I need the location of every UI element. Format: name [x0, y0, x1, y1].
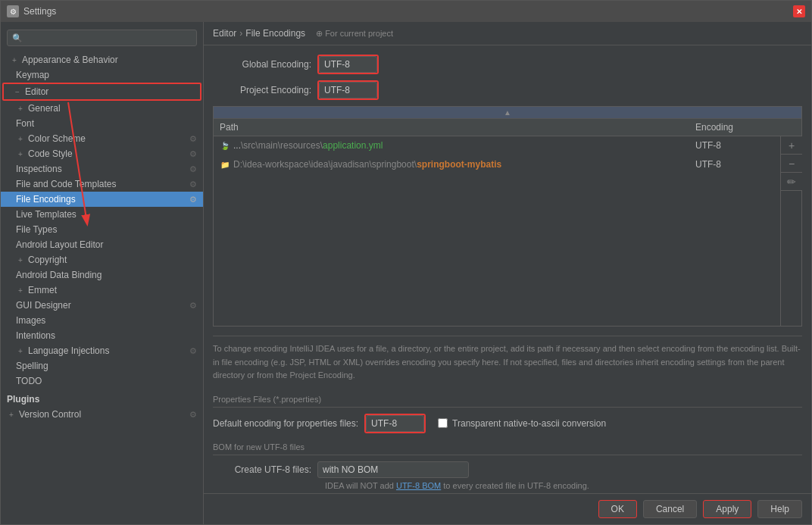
sidebar-item-general[interactable]: + General [1, 101, 203, 116]
sidebar-item-file-types[interactable]: File Types [1, 222, 203, 237]
global-encoding-select[interactable]: UTF-8 UTF-16 ISO-8859-1 [319, 56, 377, 73]
title-bar: ⚙ Settings ✕ [1, 1, 811, 22]
project-encoding-highlight: UTF-8 UTF-16 ISO-8859-1 [317, 80, 379, 100]
main-content: 🔍 + Appearance & Behavior Keymap − Edito… [1, 22, 811, 524]
edit-button[interactable]: ✏ [781, 173, 802, 191]
sidebar-item-label: Images [16, 315, 45, 326]
remove-button[interactable]: − [781, 155, 802, 173]
properties-encoding-select-wrapper[interactable]: UTF-8 UTF-16 ISO-8859-1 [366, 415, 424, 432]
project-encoding-row: Project Encoding: UTF-8 UTF-16 ISO-8859-… [213, 80, 802, 100]
project-encoding-label: Project Encoding: [213, 85, 311, 95]
default-encoding-label: Default encoding for properties files: [213, 418, 358, 429]
expand-icon: + [16, 104, 25, 113]
properties-section-label: Properties Files (*.properties) [213, 395, 802, 408]
expand-icon: + [16, 149, 25, 158]
close-button[interactable]: ✕ [793, 5, 805, 17]
global-encoding-row: Global Encoding: UTF-8 UTF-16 ISO-8859-1 [213, 55, 802, 74]
settings-icon: ⚙ [7, 5, 19, 17]
global-encoding-select-wrapper[interactable]: UTF-8 UTF-16 ISO-8859-1 [319, 56, 377, 73]
bom-select-wrapper[interactable]: with NO BOM with BOM [317, 461, 469, 478]
settings-icon-li: ⚙ [189, 346, 197, 356]
sidebar-item-copyright[interactable]: + Copyright [1, 252, 203, 267]
sidebar-item-live-templates[interactable]: Live Templates [1, 207, 203, 222]
table-header: Path Encoding [214, 119, 801, 136]
sidebar-item-file-encodings[interactable]: File Encodings ⚙ [1, 192, 203, 207]
sidebar-item-file-code-templates[interactable]: File and Code Templates ⚙ [1, 177, 203, 192]
info-text: To change encoding IntelliJ IDEA uses fo… [213, 336, 802, 383]
sidebar-item-spelling[interactable]: Spelling [1, 358, 203, 373]
sidebar-item-keymap[interactable]: Keymap [1, 67, 203, 83]
apply-button[interactable]: Apply [703, 500, 751, 518]
sidebar-item-editor[interactable]: − Editor [4, 84, 200, 99]
add-button[interactable]: + [781, 136, 802, 155]
sidebar-item-label: Keymap [16, 70, 49, 80]
sidebar-item-label: Color Scheme [28, 133, 86, 144]
transparent-checkbox[interactable] [438, 418, 448, 428]
sidebar-item-language-injections[interactable]: + Language Injections ⚙ [1, 343, 203, 358]
search-icon: 🔍 [12, 33, 23, 43]
ok-button[interactable]: OK [598, 500, 637, 518]
path-text: D:\idea-workspace\idea\javadisan\springb… [233, 159, 501, 170]
settings-icon-cs: ⚙ [189, 134, 197, 144]
sidebar-item-label: GUI Designer [16, 300, 71, 311]
sidebar-item-plugins[interactable]: Plugins [1, 392, 203, 407]
help-button[interactable]: Help [757, 500, 802, 518]
panel-header: Editor › File Encodings ⊕ For current pr… [204, 22, 811, 45]
path-cell: 📁 D:\idea-workspace\idea\javadisan\sprin… [214, 158, 689, 171]
sidebar-item-version-control[interactable]: + Version Control ⚙ [1, 407, 203, 422]
sidebar-item-label: Appearance & Behavior [22, 55, 118, 65]
table-row[interactable]: 🍃 ...\src\main\resources\application.yml… [214, 136, 780, 155]
sidebar-item-label: Spelling [16, 361, 48, 371]
properties-encoding-select[interactable]: UTF-8 UTF-16 ISO-8859-1 [366, 415, 424, 432]
bom-link[interactable]: UTF-8 BOM [396, 481, 441, 490]
sidebar-item-android-data-binding[interactable]: Android Data Binding [1, 267, 203, 283]
bom-note: IDEA will NOT add UTF-8 BOM to every cre… [325, 481, 802, 490]
sidebar-item-label: File and Code Templates [16, 179, 117, 189]
sidebar-item-label: Editor [25, 86, 48, 97]
sidebar-item-label: Copyright [28, 255, 67, 265]
table-row[interactable]: 📁 D:\idea-workspace\idea\javadisan\sprin… [214, 155, 780, 174]
sidebar-item-label: Emmet [28, 285, 57, 295]
sidebar-item-inspections[interactable]: Inspections ⚙ [1, 161, 203, 177]
settings-icon-codestyle: ⚙ [189, 149, 197, 159]
sidebar-item-color-scheme[interactable]: + Color Scheme ⚙ [1, 131, 203, 146]
path-text: ...\src\main\resources\application.yml [233, 140, 383, 151]
breadcrumb-parent: Editor [213, 28, 236, 39]
bom-row: Create UTF-8 files: with NO BOM with BOM [213, 461, 802, 478]
search-box[interactable]: 🔍 [7, 30, 197, 46]
sidebar-item-android-layout[interactable]: Android Layout Editor [1, 237, 203, 252]
project-encoding-select-wrapper[interactable]: UTF-8 UTF-16 ISO-8859-1 [319, 82, 377, 98]
sidebar-item-gui-designer[interactable]: GUI Designer ⚙ [1, 298, 203, 313]
panel-body: Global Encoding: UTF-8 UTF-16 ISO-8859-1 [204, 45, 811, 493]
sidebar-item-label: File Types [16, 224, 57, 235]
path-cell: 🍃 ...\src\main\resources\application.yml [214, 139, 689, 152]
table-body: 🍃 ...\src\main\resources\application.yml… [214, 136, 801, 326]
sidebar-item-label: Android Data Binding [16, 270, 102, 280]
sidebar-item-label: Plugins [7, 394, 39, 405]
sidebar-item-label: Code Style [28, 148, 73, 159]
window-title: Settings [23, 6, 56, 17]
folder-icon: 📁 [220, 159, 230, 170]
sidebar-item-todo[interactable]: TODO [1, 373, 203, 389]
sidebar-item-emmet[interactable]: + Emmet [1, 283, 203, 298]
bom-section-label: BOM for new UTF-8 files [213, 442, 802, 455]
project-encoding-select[interactable]: UTF-8 UTF-16 ISO-8859-1 [319, 82, 377, 98]
sidebar-item-intentions[interactable]: Intentions [1, 328, 203, 343]
sidebar-item-label: Live Templates [16, 209, 77, 220]
bom-section: BOM for new UTF-8 files Create UTF-8 fil… [213, 442, 802, 490]
sidebar-item-code-style[interactable]: + Code Style ⚙ [1, 146, 203, 161]
search-input[interactable] [26, 33, 192, 43]
sidebar-item-appearance[interactable]: + Appearance & Behavior [1, 52, 203, 67]
bom-select[interactable]: with NO BOM with BOM [317, 461, 469, 478]
sidebar-item-font[interactable]: Font [1, 116, 203, 131]
settings-icon-fe: ⚙ [189, 195, 197, 205]
bom-create-label: Create UTF-8 files: [213, 464, 311, 475]
sidebar-item-images[interactable]: Images [1, 313, 203, 328]
expand-icon: + [7, 410, 16, 419]
table-collapse-arrow[interactable]: ▲ [214, 107, 801, 119]
title-bar-left: ⚙ Settings [7, 5, 56, 17]
transparent-checkbox-row: Transparent native-to-ascii conversion [438, 418, 606, 429]
settings-icon-fct: ⚙ [189, 180, 197, 189]
table-empty-space [214, 174, 780, 326]
cancel-button[interactable]: Cancel [643, 500, 697, 518]
